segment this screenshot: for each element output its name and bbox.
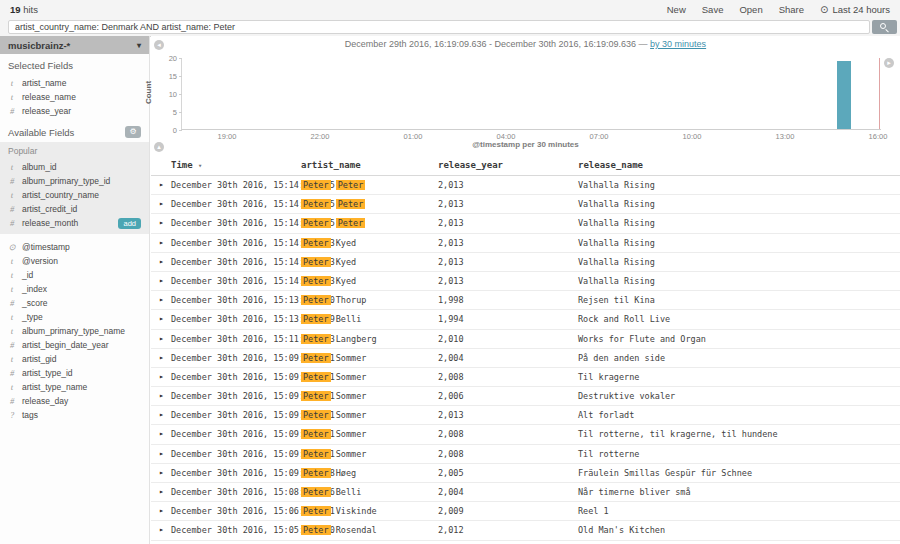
field-item-_type[interactable]: t_type [8,310,141,324]
cell-release-year: 2,008 [438,372,464,382]
field-name-label: release_name [22,92,76,102]
cell-release-name: Valhalla Rising [578,238,655,248]
field-item-tags[interactable]: ?tags [8,408,141,422]
y-tick-label: 5 [157,108,177,117]
interval-link[interactable]: by 30 minutes [650,39,706,49]
field-item-_index[interactable]: t_index [8,282,141,296]
field-item-@version[interactable]: t@version [8,254,141,268]
string-type-icon: t [8,92,16,102]
field-item-artist_begin_date_year[interactable]: #artist_begin_date_year [8,338,141,352]
cell-release-name: Valhalla Rising [578,218,655,228]
column-header-release-name[interactable]: release_name [578,160,643,170]
field-item-@timestamp[interactable]: ⊙@timestamp [8,240,141,254]
index-pattern-selector[interactable]: musicbrainz-* ▾ [0,36,149,54]
histogram-panel: December 29th 2016, 16:19:09.636 - Decem… [151,36,900,155]
field-settings-button[interactable]: ⚙ [125,126,141,138]
field-name-label: @timestamp [22,242,70,252]
open-button[interactable]: Open [739,4,762,15]
add-field-button[interactable]: add [118,218,141,229]
selected-fields-section: Selected Fields tartist_nametrelease_nam… [0,54,149,120]
index-pattern-name: musicbrainz-* [8,40,70,51]
field-item-artist_type_name[interactable]: tartist_type_name [8,380,141,394]
field-item-album_id[interactable]: talbum_id [8,160,141,174]
expand-row-icon[interactable]: ▸ [159,257,164,266]
field-item-release_name[interactable]: trelease_name [8,90,141,104]
expand-row-icon[interactable]: ▸ [159,353,164,362]
expand-row-icon[interactable]: ▸ [159,487,164,496]
column-header-release-year[interactable]: release_year [438,160,503,170]
expand-row-icon[interactable]: ▸ [159,525,164,534]
expand-row-icon[interactable]: ▸ [159,199,164,208]
cell-release-year: 2,004 [438,353,464,363]
expand-row-icon[interactable]: ▸ [159,180,164,189]
y-tick-label: 10 [157,90,177,99]
string-type-icon: t [8,256,16,266]
field-item-artist_country_name[interactable]: tartist_country_name [8,188,141,202]
cell-release-name: Til rotterne, til kragerne, til hundene [578,429,778,439]
field-item-artist_name[interactable]: tartist_name [8,76,141,90]
field-name-label: album_id [22,162,57,172]
field-item-_id[interactable]: t_id [8,268,141,282]
string-type-icon: t [8,312,16,322]
field-item-album_primary_type_name[interactable]: talbum_primary_type_name [8,324,141,338]
search-input[interactable] [8,20,870,34]
table-row: ▸December 30th 2016, 15:09:41.991Peter S… [151,425,900,444]
histogram-bar[interactable] [837,61,851,129]
y-tick-mark [179,76,182,77]
expand-row-icon[interactable]: ▸ [159,506,164,515]
available-fields-section: ⊙@timestampt@versiont_idt_index#_scoret_… [0,234,149,424]
field-item-release_day[interactable]: #release_day [8,394,141,408]
cell-release-year: 1,998 [438,295,464,305]
field-item-artist_credit_id[interactable]: #artist_credit_id [8,202,141,216]
highlighted-term: Peter [301,429,331,439]
field-name-label: _index [22,284,47,294]
y-axis-label: Count [144,81,153,104]
cell-release-year: 2,009 [438,506,464,516]
expand-row-icon[interactable]: ▸ [159,276,164,285]
field-name-label: release_month [22,218,78,228]
expand-row-icon[interactable]: ▸ [159,410,164,419]
table-row: ▸December 30th 2016, 15:14:14.785Peter P… [151,214,900,233]
table-row: ▸December 30th 2016, 15:09:41.991Peter S… [151,349,900,368]
field-item-release_year[interactable]: #release_year [8,104,141,118]
highlighted-term: Peter [301,468,331,478]
share-button[interactable]: Share [779,4,804,15]
search-bar [0,18,900,37]
highlighted-term: Peter [301,487,331,497]
field-item-_score[interactable]: #_score [8,296,141,310]
column-header-artist-name[interactable]: artist_name [301,160,361,170]
expand-row-icon[interactable]: ▸ [159,334,164,343]
expand-row-icon[interactable]: ▸ [159,391,164,400]
expand-row-icon[interactable]: ▸ [159,295,164,304]
expand-row-icon[interactable]: ▸ [159,468,164,477]
expand-row-icon[interactable]: ▸ [159,218,164,227]
field-name-label: _id [22,270,33,280]
field-item-artist_type_id[interactable]: #artist_type_id [8,366,141,380]
field-item-artist_gid[interactable]: tartist_gid [8,352,141,366]
number-type-icon: # [8,218,16,228]
histogram-plot: 0510152019:0022:0001:0004:0007:0010:0013… [181,58,881,130]
expand-row-icon[interactable]: ▸ [159,429,164,438]
table-row: ▸December 30th 2016, 15:09:41.991Peter S… [151,387,900,406]
field-name-label: artist_type_name [22,382,87,392]
expand-row-icon[interactable]: ▸ [159,314,164,323]
table-body: ▸December 30th 2016, 15:14:14.785Peter P… [151,176,900,541]
field-item-release_month[interactable]: #release_monthadd [8,216,141,230]
expand-row-icon[interactable]: ▸ [159,372,164,381]
search-submit-button[interactable] [872,20,897,34]
popular-heading: Popular [8,146,141,156]
time-picker-label: Last 24 hours [832,4,890,15]
expand-row-icon[interactable]: ▸ [159,238,164,247]
date-type-icon: ⊙ [8,242,16,252]
field-name-label: release_year [22,106,71,116]
save-button[interactable]: Save [702,4,724,15]
cell-release-name: Til rotterne [578,449,639,459]
time-picker-button[interactable]: ⊙ Last 24 hours [820,4,890,15]
field-item-album_primary_type_id[interactable]: #album_primary_type_id [8,174,141,188]
document-table: Time ▾ artist_name release_year release_… [151,155,900,544]
table-row: ▸December 30th 2016, 15:14:14.785Peter P… [151,195,900,214]
chart-time-range-title: December 29th 2016, 16:19:09.636 - Decem… [151,39,900,49]
expand-row-icon[interactable]: ▸ [159,449,164,458]
new-button[interactable]: New [667,4,686,15]
column-header-time[interactable]: Time ▾ [171,160,202,170]
